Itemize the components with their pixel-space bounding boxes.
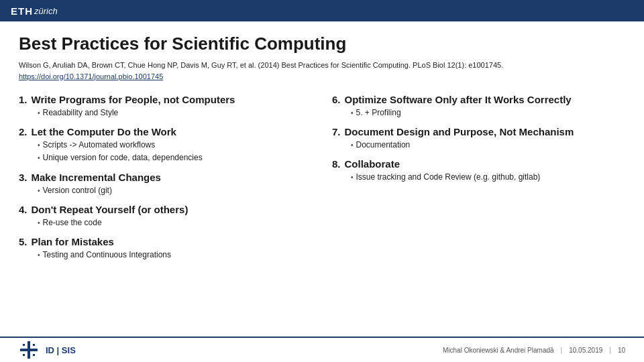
left-item-header-2: 2.Let the Computer Do the Work xyxy=(19,126,312,137)
page-title: Best Practices for Scientific Computing xyxy=(19,34,625,54)
footer-page: 10 xyxy=(618,347,625,354)
right-item-header-1: 6.Optimize Software Only after It Works … xyxy=(332,94,625,105)
list-label: Plan for Mistakes xyxy=(32,236,114,247)
right-column: 6.Optimize Software Only after It Works … xyxy=(332,94,625,268)
list-num: 4. xyxy=(19,204,28,215)
left-item-header-1: 1.Write Programs for People, not Compute… xyxy=(19,94,312,105)
bullet-icon: • xyxy=(38,218,40,229)
eth-zurich-text: zürich xyxy=(34,6,58,16)
right-list-item-3: 8.Collaborate•Issue tracking and Code Re… xyxy=(332,158,625,184)
footer-sep2: | xyxy=(609,347,611,354)
sub-item-text: Unique version for code, data, dependenc… xyxy=(43,152,203,164)
sub-items-1: •Readability and Style xyxy=(38,107,312,119)
right-list-item-1: 6.Optimize Software Only after It Works … xyxy=(332,94,625,119)
list-num: 2. xyxy=(19,126,28,137)
sub-items-3: •Version control (git) xyxy=(38,184,312,197)
svg-rect-4 xyxy=(23,354,25,356)
svg-rect-1 xyxy=(20,349,38,351)
list-label: Collaborate xyxy=(345,158,400,170)
left-list-item-3: 3.Make Incremental Changes•Version contr… xyxy=(19,172,312,197)
left-column: 1.Write Programs for People, not Compute… xyxy=(19,94,312,268)
bullet-icon: • xyxy=(38,250,40,261)
main-content: Best Practices for Scientific Computing … xyxy=(0,21,644,275)
footer-right: Michal Okoniewski & Andrei Plamadă | 10.… xyxy=(443,347,625,354)
bullet-icon: • xyxy=(38,140,40,151)
sub-item: •Issue tracking and Code Review (e.g. gi… xyxy=(351,171,625,184)
sub-items-right-1: •5. + Profiling xyxy=(351,107,625,119)
eth-footer-logo xyxy=(19,340,39,360)
left-list-item-5: 5.Plan for Mistakes•Testing and Continuo… xyxy=(19,236,312,261)
right-item-header-2: 7.Document Design and Purpose, Not Mecha… xyxy=(332,126,625,137)
sub-item: •Readability and Style xyxy=(38,107,312,119)
list-label: Document Design and Purpose, Not Mechani… xyxy=(345,126,574,137)
footer: ID | SIS Michal Okoniewski & Andrei Plam… xyxy=(0,337,644,362)
list-num: 1. xyxy=(19,94,28,105)
sub-items-right-2: •Documentation xyxy=(351,139,625,152)
footer-id-label: ID | SIS xyxy=(46,345,76,355)
footer-date: 10.05.2019 xyxy=(569,347,602,354)
svg-rect-3 xyxy=(33,344,35,346)
right-list-item-2: 7.Document Design and Purpose, Not Mecha… xyxy=(332,126,625,152)
list-num: 3. xyxy=(19,172,28,183)
sub-item-text: Testing and Continuous Integrations xyxy=(43,249,171,261)
sub-items-2: •Scripts -> Automated workflows•Unique v… xyxy=(38,139,312,164)
citation-text: Wilson G, Aruliah DA, Brown CT, Chue Hon… xyxy=(19,60,625,82)
bullet-icon: • xyxy=(38,153,40,164)
eth-logo: ETH zürich xyxy=(11,5,58,17)
bullet-icon: • xyxy=(351,140,354,151)
sub-item-text: Scripts -> Automated workflows xyxy=(43,139,156,152)
bullet-icon: • xyxy=(38,186,40,196)
bullet-icon: • xyxy=(351,172,354,183)
footer-left: ID | SIS xyxy=(19,340,76,360)
list-num: 7. xyxy=(332,126,341,137)
footer-sep1: | xyxy=(561,347,563,354)
two-columns: 1.Write Programs for People, not Compute… xyxy=(19,94,625,268)
list-label: Let the Computer Do the Work xyxy=(32,126,176,137)
sub-item-text: Issue tracking and Code Review (e.g. git… xyxy=(356,171,541,184)
svg-rect-2 xyxy=(23,344,25,346)
list-num: 5. xyxy=(19,236,28,247)
sub-items-right-3: •Issue tracking and Code Review (e.g. gi… xyxy=(351,171,625,184)
citation-link[interactable]: https://doi.org/10.1371/journal.pbio.100… xyxy=(19,72,163,80)
sub-item-text: Documentation xyxy=(356,139,411,152)
sub-item: •Scripts -> Automated workflows xyxy=(38,139,312,152)
list-label: Optimize Software Only after It Works Co… xyxy=(345,94,572,105)
left-list-item-4: 4.Don't Repeat Yourself (or others)•Re-u… xyxy=(19,204,312,229)
sub-items-5: •Testing and Continuous Integrations xyxy=(38,249,312,261)
footer-author: Michal Okoniewski & Andrei Plamadă xyxy=(443,347,554,354)
left-item-header-5: 5.Plan for Mistakes xyxy=(19,236,312,247)
left-list-item-1: 1.Write Programs for People, not Compute… xyxy=(19,94,312,119)
sub-item-text: Readability and Style xyxy=(43,107,119,119)
svg-rect-5 xyxy=(33,354,35,356)
sub-item: •Re-use the code xyxy=(38,217,312,229)
citation-body: Wilson G, Aruliah DA, Brown CT, Chue Hon… xyxy=(19,61,503,69)
sub-item: •5. + Profiling xyxy=(351,107,625,119)
sub-item: •Version control (git) xyxy=(38,184,312,197)
left-item-header-3: 3.Make Incremental Changes xyxy=(19,172,312,183)
left-list-item-2: 2.Let the Computer Do the Work•Scripts -… xyxy=(19,126,312,164)
list-label: Write Programs for People, not Computers xyxy=(32,94,235,105)
eth-bold-text: ETH xyxy=(11,5,33,17)
sub-item: •Unique version for code, data, dependen… xyxy=(38,152,312,164)
list-num: 8. xyxy=(332,158,341,170)
list-label: Make Incremental Changes xyxy=(32,172,161,183)
sub-item-text: Version control (git) xyxy=(43,184,112,197)
sub-item: •Testing and Continuous Integrations xyxy=(38,249,312,261)
left-item-header-4: 4.Don't Repeat Yourself (or others) xyxy=(19,204,312,215)
bullet-icon: • xyxy=(38,108,40,119)
top-bar: ETH zürich xyxy=(0,0,644,21)
right-item-header-3: 8.Collaborate xyxy=(332,158,625,170)
sub-item: •Documentation xyxy=(351,139,625,152)
bullet-icon: • xyxy=(351,108,354,119)
sub-item-text: 5. + Profiling xyxy=(356,107,401,119)
sub-items-4: •Re-use the code xyxy=(38,217,312,229)
list-label: Don't Repeat Yourself (or others) xyxy=(32,204,189,215)
list-num: 6. xyxy=(332,94,341,105)
sub-item-text: Re-use the code xyxy=(43,217,102,229)
